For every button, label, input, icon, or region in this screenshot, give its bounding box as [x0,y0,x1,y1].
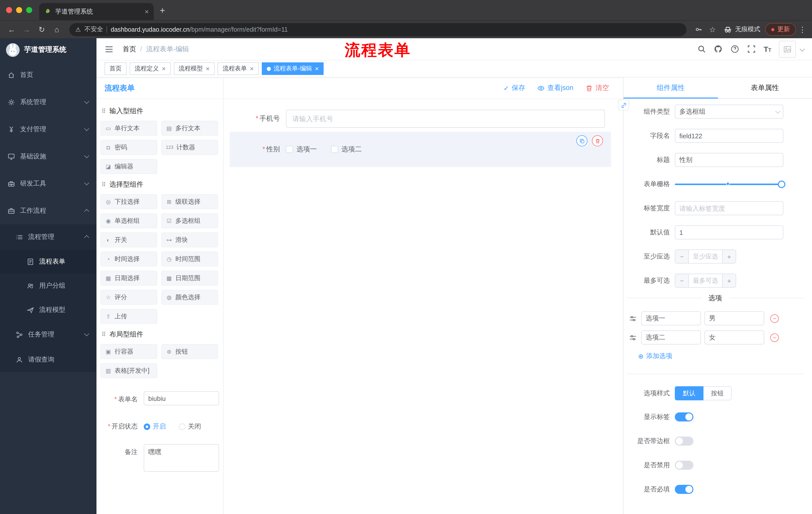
palette-item[interactable]: ▥表格[开发中] [100,363,157,378]
style-button-button[interactable]: 按钮 [703,386,732,400]
grid-slider[interactable] [675,177,783,191]
avatar-caret-icon[interactable] [800,47,805,52]
tag-process-form[interactable]: 流程表单× [218,62,259,75]
sidebar-item-leave-query[interactable]: 请假查询 [0,347,96,372]
tag-close-icon[interactable]: × [206,65,209,72]
add-option-button[interactable]: ⊕ 添加选项 [638,352,804,360]
palette-item[interactable]: ▦日期选择 [100,271,157,286]
tag-process-model[interactable]: 流程模型× [174,62,214,75]
palette-item[interactable]: ▭单行文本 [100,121,157,136]
palette-item[interactable]: ▣行容器 [100,344,157,359]
sidebar-item-infrastructure[interactable]: 基础设施 [0,143,96,170]
palette-item[interactable]: ◪编辑器 [100,159,157,174]
window-minimize-button[interactable] [16,7,22,13]
component-type-select[interactable]: 多选框组 [675,105,783,119]
palette-item[interactable]: ◉单选框组 [100,213,157,228]
remove-option-button[interactable]: − [770,314,779,323]
palette-item[interactable]: ⊚按钮 [161,344,218,359]
address-bar[interactable]: ⚠ 不安全 dashboard.yudao.iocoder.cn/bpm/man… [69,23,686,36]
palette-item[interactable]: ◔时间选择 [100,251,157,267]
font-size-icon[interactable]: TT [763,45,771,53]
window-close-button[interactable] [6,7,12,13]
github-icon[interactable] [714,45,723,54]
form-name-input[interactable] [144,391,219,405]
palette-item[interactable]: 123计数器 [161,140,218,155]
style-default-button[interactable]: 默认 [675,386,703,400]
new-tab-button[interactable]: + [160,6,165,15]
palette-item[interactable]: ⇧上传 [100,309,157,324]
show-label-toggle[interactable] [675,412,693,422]
sidebar-item-system[interactable]: 系统管理 [0,88,96,116]
increase-button[interactable]: + [722,274,736,287]
palette-item[interactable]: ⊶滑块 [161,232,218,247]
decrease-button[interactable]: − [675,274,689,287]
avatar[interactable] [779,40,796,58]
border-toggle[interactable] [675,437,693,445]
sidebar-item-workflow[interactable]: 工作流程 [0,197,96,224]
gender-field-row-selected[interactable]: *性别 选项一 选项二 [230,132,611,167]
palette-item[interactable]: ☆评分 [100,290,157,305]
default-value-input[interactable] [675,225,783,239]
palette-item[interactable]: ☑多选框组 [161,213,218,228]
sidebar-item-task-management[interactable]: 任务管理 [0,322,96,347]
phone-field-row[interactable]: *手机号 [224,110,619,128]
sidebar-item-user-groups[interactable]: 用户分组 [0,274,96,298]
drag-handle-icon[interactable] [629,334,638,341]
tag-close-icon[interactable]: × [162,65,166,72]
palette-item[interactable]: ◎下拉选择 [100,194,157,209]
max-select-input[interactable] [689,274,722,287]
option-label-input[interactable] [641,311,701,325]
tab-close-icon[interactable]: × [145,7,149,16]
copy-component-button[interactable] [576,135,587,146]
sidebar-item-process-management[interactable]: 流程管理 [0,224,96,249]
delete-component-button[interactable] [592,135,603,146]
sidebar-item-process-form[interactable]: 流程表单 [0,249,96,274]
hamburger-icon[interactable] [105,45,114,54]
tab-form-props[interactable]: 表单属性 [718,77,812,98]
browser-home-icon[interactable]: ⌂ [50,25,63,34]
required-toggle[interactable] [675,485,693,494]
browser-tab[interactable]: 芋道管理系统 × [39,3,154,20]
disabled-toggle[interactable] [675,461,693,470]
field-name-input[interactable] [675,129,783,143]
window-zoom-button[interactable] [26,7,32,13]
palette-item[interactable]: ⊞级联选择 [161,194,218,209]
bookmark-star-icon[interactable]: ☆ [706,25,719,34]
palette-item[interactable]: ◍颜色选择 [161,290,218,305]
radio-open[interactable]: 开启 [144,422,166,431]
view-json-button[interactable]: 查看json [537,83,573,92]
browser-menu-icon[interactable]: ⋮ [798,25,807,34]
option-label-input[interactable] [641,330,701,345]
phone-field-input[interactable] [286,110,605,128]
help-icon[interactable] [730,45,740,54]
forward-icon[interactable]: → [20,25,33,34]
min-select-input[interactable] [689,250,722,263]
sidebar-item-payment[interactable]: 支付管理 [0,116,96,143]
back-icon[interactable]: ← [5,25,18,34]
security-label[interactable]: 不安全 [84,25,103,34]
search-icon[interactable] [697,45,706,54]
sidebar-item-devtools[interactable]: 研发工具 [0,170,96,197]
palette-item[interactable]: ◘密码 [100,140,157,155]
password-key-icon[interactable] [692,26,704,33]
palette-item[interactable]: ◐开关 [100,232,157,247]
tag-home[interactable]: 首页 [105,62,127,75]
checkbox-option-one[interactable]: 选项一 [286,145,317,154]
increase-button[interactable]: + [722,250,736,263]
breadcrumb-home[interactable]: 首页 [123,45,136,54]
tag-close-icon[interactable]: × [315,65,319,72]
palette-item[interactable]: ▤多行文本 [161,121,218,136]
palette-item[interactable]: ◷时间范围 [161,251,218,267]
reload-icon[interactable]: ↻ [35,25,48,34]
slider-handle[interactable] [778,181,785,188]
update-button[interactable]: 更新 [765,23,796,36]
tab-component-props[interactable]: 组件属性 [624,77,718,98]
option-value-input[interactable] [704,330,764,345]
decrease-button[interactable]: − [675,250,689,263]
title-input[interactable] [675,153,783,167]
tag-close-icon[interactable]: × [250,65,254,72]
tag-process-form-edit[interactable]: 流程表单-编辑× [262,62,324,75]
sidebar-item-home[interactable]: 首页 [0,61,96,88]
link-icon[interactable] [618,100,629,111]
clear-button[interactable]: 清空 [585,83,609,92]
